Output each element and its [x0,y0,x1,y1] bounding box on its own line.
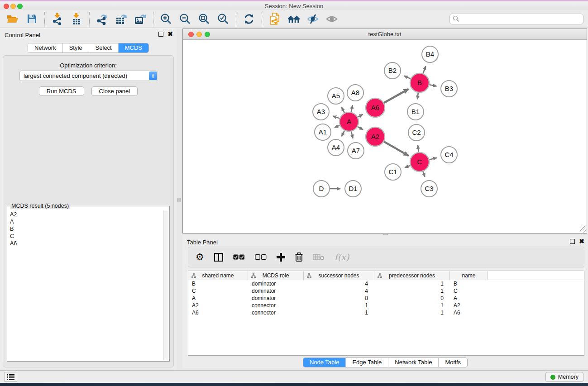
zoom-selected-icon[interactable] [217,13,229,25]
result-item[interactable]: A [8,218,163,225]
table-row[interactable]: Cdominator41C [188,287,584,295]
result-item[interactable]: C [8,233,163,240]
graph-edge-A6-B[interactable] [384,89,408,103]
add-column-icon[interactable] [277,253,285,262]
network-canvas[interactable]: B4B2BB3A8A5A6A3B1AA1C2A2A4A7C4CC1DD1C3 [183,40,587,233]
zoom-out-icon[interactable] [179,13,191,25]
run-mcds-button[interactable]: Run MCDS [39,86,84,96]
graph-edge-C-C1[interactable] [405,166,410,168]
delete-table-icon[interactable] [313,254,325,261]
table-cell[interactable]: dominator [248,281,304,287]
table-cell[interactable]: 1 [374,310,450,316]
graph-edge-A-A4[interactable] [342,131,344,136]
export-table-icon[interactable] [115,13,128,25]
table-cell[interactable]: A2 [450,302,488,309]
tab-select[interactable]: Select [89,43,119,52]
table-row[interactable]: A6connector11A6 [188,309,584,316]
task-history-button[interactable] [5,372,17,382]
table-row[interactable]: Adominator80A [188,295,584,302]
table-cell[interactable]: 1 [374,281,450,287]
table-cell[interactable]: 1 [304,310,374,316]
birds-eye-view-icon[interactable] [325,13,338,25]
result-item[interactable]: A6 [8,240,163,247]
result-item[interactable]: B [8,225,163,233]
table-row[interactable]: A2connector11A2 [188,302,584,309]
graph-edge-A-A6[interactable] [358,114,363,117]
table-cell[interactable]: connector [248,310,304,316]
delete-column-icon[interactable] [295,253,303,262]
settings-gear-icon[interactable]: ⚙ [196,253,204,262]
graph-edge-B-B1[interactable] [417,93,418,99]
graph-edge-A-A1[interactable] [335,125,340,128]
graph-edge-B-B2[interactable] [404,76,411,78]
home-view-icon[interactable] [287,13,300,25]
graph-edge-C-C4[interactable] [429,158,436,160]
table-cell[interactable]: 0 [374,295,450,301]
tab-node-table[interactable]: Node Table [303,358,346,367]
table-row[interactable]: Bdominator41B [188,280,584,287]
float-panel-icon[interactable] [158,32,163,37]
table-cell[interactable]: 8 [304,295,374,301]
refresh-icon[interactable] [243,13,255,25]
table-cell[interactable]: A [188,295,248,301]
column-header-predecessor-nodes[interactable]: predecessor nodes [374,271,450,280]
node-table[interactable]: shared nameMCDS rolesuccessor nodesprede… [188,271,584,356]
window-resize-grip[interactable] [580,226,586,233]
float-panel-icon[interactable] [570,239,575,244]
table-cell[interactable]: C [188,288,248,294]
table-cell[interactable]: 1 [374,288,450,294]
graph-edge-B-B3[interactable] [430,85,437,86]
column-header-successor-nodes[interactable]: successor nodes [304,271,374,280]
export-image-icon[interactable] [134,13,147,25]
close-panel-icon[interactable]: ✖ [579,239,584,244]
graph-edge-A-A8[interactable] [351,105,353,112]
column-header-MCDS-role[interactable]: MCDS role [248,271,304,280]
tab-motifs[interactable]: Motifs [439,358,467,367]
mcds-result-list[interactable]: A2ABCA6 [8,211,163,360]
divider-collapse-handle[interactable] [177,198,181,202]
graph-edge-B-B4[interactable] [423,66,426,73]
deselect-all-checkboxes-icon[interactable] [255,254,267,260]
criterion-dropdown[interactable]: largest connected component (directed) ▲… [19,71,158,81]
tab-edge-table[interactable]: Edge Table [346,358,388,367]
table-cell[interactable]: A6 [450,310,488,316]
close-panel-button[interactable]: Close panel [91,86,138,96]
export-network-icon[interactable] [96,13,109,25]
table-cell[interactable]: dominator [248,295,304,301]
graph-edge-A-A3[interactable] [333,116,339,118]
vertical-split-divider[interactable] [177,28,182,370]
graph-edge-A-A2[interactable] [358,127,363,130]
column-header-shared-name[interactable]: shared name [188,271,248,280]
table-cell[interactable]: 4 [304,281,374,287]
table-cell[interactable]: 1 [304,302,374,309]
tab-mcds[interactable]: MCDS [119,43,148,52]
hide-graphics-details-icon[interactable] [306,13,319,25]
graph-edge-C-C2[interactable] [418,145,419,152]
tab-network-table[interactable]: Network Table [388,358,439,367]
function-builder-icon[interactable]: f(x) [335,252,349,262]
graph-edge-A2-C[interactable] [384,142,409,156]
close-panel-icon[interactable]: ✖ [167,32,173,37]
network-graph[interactable]: B4B2BB3A8A5A6A3B1AA1C2A2A4A7C4CC1DD1C3 [183,40,587,233]
import-network-icon[interactable] [51,13,64,25]
graph-edge-A-A5[interactable] [342,107,344,113]
select-all-checkboxes-icon[interactable] [233,254,245,260]
table-cell[interactable]: 4 [304,288,374,294]
table-cell[interactable]: A2 [188,302,248,309]
table-cell[interactable]: B [450,281,488,287]
result-item[interactable]: A2 [8,211,163,218]
table-cell[interactable]: C [450,288,488,294]
table-cell[interactable]: dominator [248,288,304,294]
table-cell[interactable]: A [450,295,488,301]
tab-style[interactable]: Style [63,43,89,52]
import-table-icon[interactable] [70,13,83,25]
tab-network[interactable]: Network [28,43,63,52]
columns-icon[interactable] [214,253,223,262]
result-list-scrollbar[interactable] [163,211,168,360]
table-cell[interactable]: connector [248,302,304,309]
open-session-icon[interactable] [6,13,19,25]
graph-edge-A-A7[interactable] [351,131,353,138]
column-header-name[interactable]: name [450,271,488,280]
graph-edge-C-C3[interactable] [423,172,425,177]
table-cell[interactable]: A6 [188,310,248,316]
